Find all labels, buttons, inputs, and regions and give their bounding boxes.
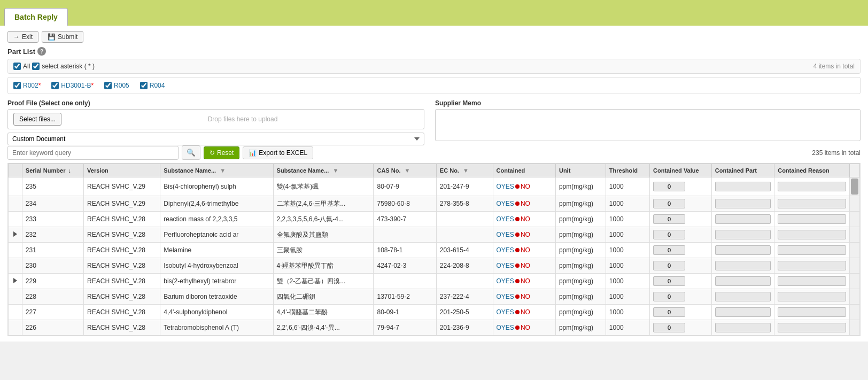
- cell-part[interactable]: [711, 227, 774, 243]
- part-checkbox-r004[interactable]: [140, 82, 148, 89]
- col-serial[interactable]: Serial Number ↓: [22, 164, 83, 177]
- doc-type-select[interactable]: Custom Document: [7, 133, 424, 145]
- contained-reason-input[interactable]: [778, 261, 846, 270]
- cell-reason[interactable]: [774, 289, 850, 305]
- contained-part-input[interactable]: [715, 323, 771, 332]
- part-link-r004[interactable]: R004: [150, 82, 165, 89]
- contained-reason-input[interactable]: [778, 323, 846, 332]
- part-link-r002[interactable]: R002*: [23, 82, 41, 89]
- cell-part[interactable]: [711, 258, 774, 274]
- tab-batch-reply[interactable]: Batch Reply: [4, 8, 68, 26]
- yes-label[interactable]: OYES: [497, 183, 514, 190]
- cell-value[interactable]: [650, 258, 712, 274]
- contained-reason-input[interactable]: [778, 199, 846, 208]
- contained-reason-input[interactable]: [778, 245, 846, 255]
- cell-value[interactable]: [650, 212, 712, 227]
- contained-reason-input[interactable]: [778, 307, 846, 317]
- select-asterisk-checkbox[interactable]: [32, 63, 40, 70]
- contained-part-input[interactable]: [715, 245, 771, 255]
- contained-value-input[interactable]: [653, 182, 685, 191]
- contained-value-input[interactable]: [653, 323, 685, 332]
- cell-value[interactable]: [650, 274, 712, 289]
- yes-label[interactable]: OYES: [497, 215, 514, 223]
- expand-cell[interactable]: [9, 227, 22, 243]
- cell-reason[interactable]: [774, 212, 850, 227]
- search-input[interactable]: [7, 146, 179, 160]
- submit-button[interactable]: 💾 Submit: [42, 31, 83, 43]
- filter-ec-icon[interactable]: ▼: [463, 167, 469, 174]
- cell-part[interactable]: [711, 320, 774, 336]
- part-link-hd3001b[interactable]: HD3001-B*: [61, 82, 94, 89]
- cell-part[interactable]: [711, 243, 774, 258]
- no-label[interactable]: NO: [521, 183, 530, 190]
- yes-label[interactable]: OYES: [497, 200, 514, 207]
- contained-part-input[interactable]: [715, 199, 771, 208]
- select-files-button[interactable]: Select files...: [13, 113, 61, 126]
- contained-reason-input[interactable]: [778, 214, 846, 224]
- contained-value-input[interactable]: [653, 292, 685, 301]
- yes-label[interactable]: OYES: [497, 262, 514, 269]
- yes-label[interactable]: OYES: [497, 277, 514, 285]
- contained-reason-input[interactable]: [778, 276, 846, 286]
- cell-reason[interactable]: [774, 196, 850, 212]
- cell-value[interactable]: [650, 196, 712, 212]
- part-checkbox-r005[interactable]: [104, 82, 112, 89]
- no-label[interactable]: NO: [521, 246, 530, 254]
- cell-value[interactable]: [650, 289, 712, 305]
- cell-part[interactable]: [711, 196, 774, 212]
- cell-value[interactable]: [650, 305, 712, 320]
- contained-value-input[interactable]: [653, 230, 685, 239]
- yes-label[interactable]: OYES: [497, 308, 514, 316]
- search-button[interactable]: 🔍: [182, 145, 200, 160]
- expand-icon[interactable]: [13, 278, 17, 283]
- cell-part[interactable]: [711, 274, 774, 289]
- cell-value[interactable]: [650, 227, 712, 243]
- contained-part-input[interactable]: [715, 276, 771, 286]
- contained-part-input[interactable]: [715, 214, 771, 224]
- contained-part-input[interactable]: [715, 292, 771, 301]
- contained-part-input[interactable]: [715, 261, 771, 270]
- cell-reason[interactable]: [774, 305, 850, 320]
- cell-part[interactable]: [711, 177, 774, 196]
- part-link-r005[interactable]: R005: [114, 82, 129, 89]
- cell-value[interactable]: [650, 177, 712, 196]
- contained-value-input[interactable]: [653, 276, 685, 286]
- part-checkbox-r002[interactable]: [13, 82, 21, 89]
- cell-part[interactable]: [711, 212, 774, 227]
- expand-cell[interactable]: [9, 274, 22, 289]
- cell-value[interactable]: [650, 320, 712, 336]
- contained-part-input[interactable]: [715, 230, 771, 239]
- contained-reason-input[interactable]: [778, 182, 846, 191]
- expand-icon[interactable]: [13, 231, 17, 237]
- cell-reason[interactable]: [774, 258, 850, 274]
- contained-part-input[interactable]: [715, 307, 771, 317]
- no-label[interactable]: NO: [521, 200, 530, 207]
- yes-label[interactable]: OYES: [497, 246, 514, 254]
- no-label[interactable]: NO: [521, 324, 530, 331]
- contained-value-input[interactable]: [653, 199, 685, 208]
- yes-label[interactable]: OYES: [497, 324, 514, 331]
- cell-reason[interactable]: [774, 227, 850, 243]
- contained-reason-input[interactable]: [778, 230, 846, 239]
- contained-value-input[interactable]: [653, 214, 685, 224]
- supplier-memo-textarea[interactable]: [435, 109, 861, 141]
- filter-subst-en-icon[interactable]: ▼: [220, 167, 226, 174]
- yes-label[interactable]: OYES: [497, 293, 514, 300]
- part-checkbox-hd3001b[interactable]: [51, 82, 59, 89]
- contained-value-input[interactable]: [653, 245, 685, 255]
- yes-label[interactable]: OYES: [497, 231, 514, 238]
- cell-part[interactable]: [711, 289, 774, 305]
- filter-subst-cn-icon[interactable]: ▼: [332, 167, 338, 174]
- no-label[interactable]: NO: [521, 262, 530, 269]
- part-list-info-icon[interactable]: ?: [37, 47, 46, 56]
- cell-reason[interactable]: [774, 243, 850, 258]
- contained-reason-input[interactable]: [778, 292, 846, 301]
- contained-value-input[interactable]: [653, 261, 685, 270]
- cell-reason[interactable]: [774, 274, 850, 289]
- reset-button[interactable]: ↻ Reset: [204, 146, 239, 159]
- export-button[interactable]: 📊 Export to EXCEL: [243, 146, 313, 159]
- contained-part-input[interactable]: [715, 182, 771, 191]
- no-label[interactable]: NO: [521, 215, 530, 223]
- no-label[interactable]: NO: [521, 231, 530, 238]
- cell-part[interactable]: [711, 305, 774, 320]
